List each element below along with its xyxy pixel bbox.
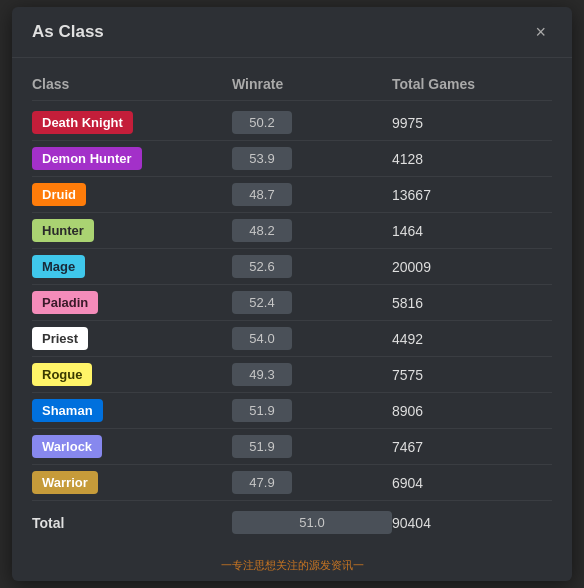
winrate-badge: 52.6 bbox=[232, 255, 292, 278]
class-badge: Priest bbox=[32, 327, 88, 350]
class-badge: Demon Hunter bbox=[32, 147, 142, 170]
modal-title: As Class bbox=[32, 22, 104, 42]
class-cell: Rogue bbox=[32, 363, 232, 386]
table-row: Paladin 52.4 5816 bbox=[32, 285, 552, 321]
total-games-cell: 1464 bbox=[392, 223, 552, 239]
class-badge: Rogue bbox=[32, 363, 92, 386]
class-cell: Paladin bbox=[32, 291, 232, 314]
total-games-cell: 13667 bbox=[392, 187, 552, 203]
col-class: Class bbox=[32, 76, 232, 92]
table-row: Rogue 49.3 7575 bbox=[32, 357, 552, 393]
as-class-modal: As Class × Class Winrate Total Games Dea… bbox=[12, 7, 572, 581]
total-row: Total 51.0 90404 bbox=[32, 500, 552, 538]
winrate-cell: 51.9 bbox=[232, 435, 392, 458]
winrate-badge: 53.9 bbox=[232, 147, 292, 170]
winrate-badge: 51.9 bbox=[232, 399, 292, 422]
winrate-badge: 49.3 bbox=[232, 363, 292, 386]
modal-header: As Class × bbox=[12, 7, 572, 58]
winrate-cell: 49.3 bbox=[232, 363, 392, 386]
winrate-badge: 50.2 bbox=[232, 111, 292, 134]
class-badge: Hunter bbox=[32, 219, 94, 242]
winrate-badge: 52.4 bbox=[232, 291, 292, 314]
total-games-cell: 7467 bbox=[392, 439, 552, 455]
total-games-cell: 8906 bbox=[392, 403, 552, 419]
table-row: Shaman 51.9 8906 bbox=[32, 393, 552, 429]
total-winrate: 51.0 bbox=[232, 511, 392, 534]
class-badge: Shaman bbox=[32, 399, 103, 422]
winrate-cell: 54.0 bbox=[232, 327, 392, 350]
col-total-games: Total Games bbox=[392, 76, 552, 92]
table-row: Mage 52.6 20009 bbox=[32, 249, 552, 285]
total-games-cell: 7575 bbox=[392, 367, 552, 383]
class-badge: Death Knight bbox=[32, 111, 133, 134]
winrate-cell: 52.6 bbox=[232, 255, 392, 278]
total-games-cell: 9975 bbox=[392, 115, 552, 131]
class-badge: Paladin bbox=[32, 291, 98, 314]
class-cell: Druid bbox=[32, 183, 232, 206]
winrate-cell: 50.2 bbox=[232, 111, 392, 134]
winrate-badge: 48.2 bbox=[232, 219, 292, 242]
total-label: Total bbox=[32, 515, 232, 531]
class-cell: Demon Hunter bbox=[32, 147, 232, 170]
winrate-badge: 47.9 bbox=[232, 471, 292, 494]
table-row: Warlock 51.9 7467 bbox=[32, 429, 552, 465]
table-row: Demon Hunter 53.9 4128 bbox=[32, 141, 552, 177]
winrate-cell: 53.9 bbox=[232, 147, 392, 170]
table-header: Class Winrate Total Games bbox=[32, 68, 552, 101]
winrate-badge: 51.9 bbox=[232, 435, 292, 458]
class-cell: Death Knight bbox=[32, 111, 232, 134]
table-row: Hunter 48.2 1464 bbox=[32, 213, 552, 249]
total-games: 90404 bbox=[392, 515, 552, 531]
total-games-cell: 20009 bbox=[392, 259, 552, 275]
class-badge: Warrior bbox=[32, 471, 98, 494]
winrate-badge: 54.0 bbox=[232, 327, 292, 350]
total-games-cell: 4128 bbox=[392, 151, 552, 167]
winrate-cell: 52.4 bbox=[232, 291, 392, 314]
class-cell: Warrior bbox=[32, 471, 232, 494]
table-row: Warrior 47.9 6904 bbox=[32, 465, 552, 500]
table-container: Class Winrate Total Games Death Knight 5… bbox=[12, 58, 572, 554]
winrate-cell: 48.7 bbox=[232, 183, 392, 206]
table-body: Death Knight 50.2 9975 Demon Hunter 53.9… bbox=[32, 105, 552, 500]
class-cell: Priest bbox=[32, 327, 232, 350]
table-row: Death Knight 50.2 9975 bbox=[32, 105, 552, 141]
class-badge: Warlock bbox=[32, 435, 102, 458]
table-row: Priest 54.0 4492 bbox=[32, 321, 552, 357]
total-games-cell: 4492 bbox=[392, 331, 552, 347]
class-cell: Warlock bbox=[32, 435, 232, 458]
total-games-cell: 5816 bbox=[392, 295, 552, 311]
winrate-cell: 48.2 bbox=[232, 219, 392, 242]
winrate-badge: 48.7 bbox=[232, 183, 292, 206]
total-games-cell: 6904 bbox=[392, 475, 552, 491]
class-cell: Hunter bbox=[32, 219, 232, 242]
winrate-cell: 51.9 bbox=[232, 399, 392, 422]
winrate-cell: 47.9 bbox=[232, 471, 392, 494]
watermark: 一专注思想关注的源发资讯一 bbox=[12, 554, 572, 581]
close-button[interactable]: × bbox=[529, 21, 552, 43]
class-badge: Druid bbox=[32, 183, 86, 206]
col-winrate: Winrate bbox=[232, 76, 392, 92]
class-cell: Shaman bbox=[32, 399, 232, 422]
class-badge: Mage bbox=[32, 255, 85, 278]
class-cell: Mage bbox=[32, 255, 232, 278]
table-row: Druid 48.7 13667 bbox=[32, 177, 552, 213]
